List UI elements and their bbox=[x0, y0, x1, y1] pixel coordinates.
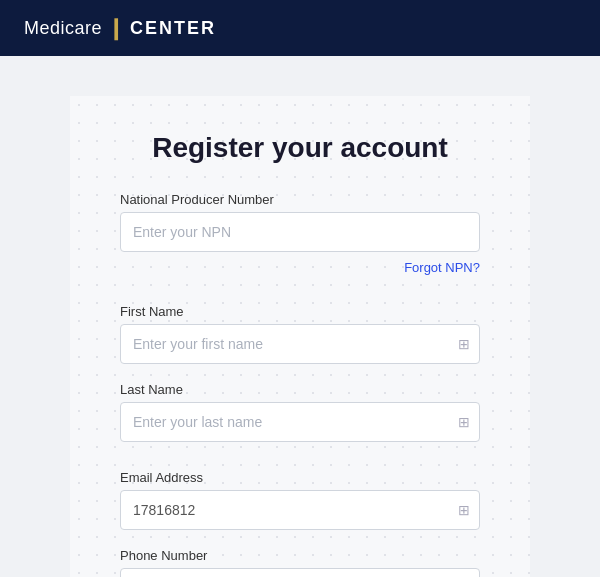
npn-input[interactable] bbox=[120, 212, 480, 252]
email-input-wrapper: ⊞ bbox=[120, 490, 480, 530]
logo-divider-icon: ❙ bbox=[107, 17, 125, 39]
phone-group: Phone Number ⊞ bbox=[120, 548, 480, 577]
logo-center: CENTER bbox=[130, 18, 216, 39]
last-name-input[interactable] bbox=[120, 402, 480, 442]
first-name-label: First Name bbox=[120, 304, 480, 319]
app-header: Medicare ❙ CENTER bbox=[0, 0, 600, 56]
email-label: Email Address bbox=[120, 470, 480, 485]
registration-card: Register your account National Producer … bbox=[70, 96, 530, 577]
first-name-group: First Name ⊞ bbox=[120, 304, 480, 364]
logo-medicare: Medicare bbox=[24, 18, 102, 39]
main-content: Register your account National Producer … bbox=[0, 56, 600, 577]
last-name-input-wrapper: ⊞ bbox=[120, 402, 480, 442]
phone-input-wrapper: ⊞ bbox=[120, 568, 480, 577]
npn-input-wrapper bbox=[120, 212, 480, 252]
email-input[interactable] bbox=[120, 490, 480, 530]
forgot-npn-link[interactable]: Forgot NPN? bbox=[404, 260, 480, 275]
last-name-label: Last Name bbox=[120, 382, 480, 397]
npn-group: National Producer Number Forgot NPN? bbox=[120, 192, 480, 276]
forgot-npn-row: Forgot NPN? bbox=[120, 258, 480, 276]
last-name-group: Last Name ⊞ bbox=[120, 382, 480, 442]
phone-input[interactable] bbox=[120, 568, 480, 577]
first-name-input[interactable] bbox=[120, 324, 480, 364]
logo: Medicare ❙ CENTER bbox=[24, 17, 216, 39]
phone-label: Phone Number bbox=[120, 548, 480, 563]
npn-label: National Producer Number bbox=[120, 192, 480, 207]
email-group: Email Address ⊞ bbox=[120, 470, 480, 530]
first-name-input-wrapper: ⊞ bbox=[120, 324, 480, 364]
page-title: Register your account bbox=[120, 132, 480, 164]
